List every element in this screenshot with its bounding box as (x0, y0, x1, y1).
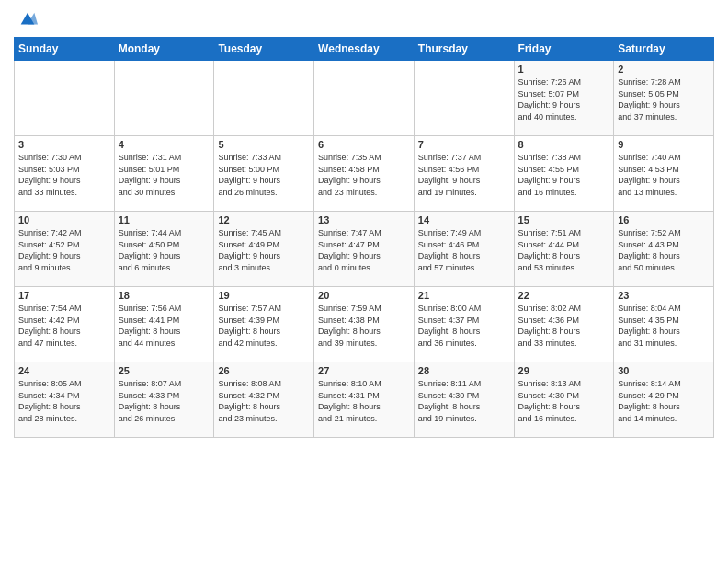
day-info: Sunrise: 7:44 AM Sunset: 4:50 PM Dayligh… (119, 227, 210, 273)
day-info: Sunrise: 8:02 AM Sunset: 4:36 PM Dayligh… (518, 303, 610, 349)
calendar-cell: 9Sunrise: 7:40 AM Sunset: 4:53 PM Daylig… (614, 136, 714, 212)
day-number: 12 (218, 214, 310, 225)
day-info: Sunrise: 7:59 AM Sunset: 4:38 PM Dayligh… (318, 303, 410, 349)
day-number: 14 (418, 214, 510, 225)
day-number: 28 (418, 365, 510, 376)
weekday-header: Tuesday (214, 38, 314, 61)
page: SundayMondayTuesdayWednesdayThursdayFrid… (0, 0, 728, 563)
day-info: Sunrise: 7:26 AM Sunset: 5:07 PM Dayligh… (518, 76, 610, 122)
day-number: 13 (318, 214, 410, 225)
calendar-cell: 24Sunrise: 8:05 AM Sunset: 4:34 PM Dayli… (15, 362, 115, 438)
calendar-body: 1Sunrise: 7:26 AM Sunset: 5:07 PM Daylig… (15, 61, 714, 438)
day-info: Sunrise: 7:54 AM Sunset: 4:42 PM Dayligh… (18, 303, 110, 349)
day-info: Sunrise: 7:45 AM Sunset: 4:49 PM Dayligh… (218, 227, 310, 273)
calendar-cell: 3Sunrise: 7:30 AM Sunset: 5:03 PM Daylig… (15, 136, 115, 212)
day-number: 29 (518, 365, 610, 376)
weekday-header: Friday (514, 38, 614, 61)
calendar-cell (15, 61, 115, 136)
weekday-header: Thursday (414, 38, 514, 61)
day-number: 27 (318, 365, 410, 376)
day-info: Sunrise: 7:52 AM Sunset: 4:43 PM Dayligh… (618, 227, 710, 273)
day-info: Sunrise: 7:30 AM Sunset: 5:03 PM Dayligh… (18, 152, 110, 198)
calendar-cell: 28Sunrise: 8:11 AM Sunset: 4:30 PM Dayli… (414, 362, 514, 438)
day-info: Sunrise: 7:37 AM Sunset: 4:56 PM Dayligh… (418, 152, 510, 198)
day-number: 7 (418, 139, 510, 150)
day-number: 15 (518, 214, 610, 225)
day-info: Sunrise: 7:56 AM Sunset: 4:41 PM Dayligh… (119, 303, 210, 349)
calendar-cell: 10Sunrise: 7:42 AM Sunset: 4:52 PM Dayli… (15, 212, 115, 287)
day-number: 20 (318, 290, 410, 301)
calendar-cell (214, 61, 314, 136)
day-info: Sunrise: 7:35 AM Sunset: 4:58 PM Dayligh… (318, 152, 410, 198)
day-number: 11 (119, 214, 210, 225)
calendar-week-row: 24Sunrise: 8:05 AM Sunset: 4:34 PM Dayli… (15, 362, 714, 438)
calendar-cell: 17Sunrise: 7:54 AM Sunset: 4:42 PM Dayli… (15, 287, 115, 362)
day-info: Sunrise: 7:28 AM Sunset: 5:05 PM Dayligh… (618, 76, 710, 122)
calendar-header: SundayMondayTuesdayWednesdayThursdayFrid… (15, 38, 714, 61)
day-number: 4 (119, 139, 210, 150)
calendar-cell: 19Sunrise: 7:57 AM Sunset: 4:39 PM Dayli… (214, 287, 314, 362)
day-number: 8 (518, 139, 610, 150)
weekday-header: Wednesday (314, 38, 415, 61)
weekday-row: SundayMondayTuesdayWednesdayThursdayFrid… (15, 38, 714, 61)
day-number: 10 (18, 214, 110, 225)
day-info: Sunrise: 8:11 AM Sunset: 4:30 PM Dayligh… (418, 378, 510, 424)
calendar-week-row: 10Sunrise: 7:42 AM Sunset: 4:52 PM Dayli… (15, 212, 714, 287)
day-info: Sunrise: 7:49 AM Sunset: 4:46 PM Dayligh… (418, 227, 510, 273)
calendar-cell: 26Sunrise: 8:08 AM Sunset: 4:32 PM Dayli… (214, 362, 314, 438)
day-number: 1 (518, 63, 610, 75)
calendar: SundayMondayTuesdayWednesdayThursdayFrid… (14, 37, 714, 438)
day-number: 26 (218, 365, 310, 376)
day-info: Sunrise: 7:33 AM Sunset: 5:00 PM Dayligh… (218, 152, 310, 198)
calendar-cell: 15Sunrise: 7:51 AM Sunset: 4:44 PM Dayli… (514, 212, 614, 287)
day-info: Sunrise: 8:05 AM Sunset: 4:34 PM Dayligh… (18, 378, 110, 424)
day-info: Sunrise: 7:31 AM Sunset: 5:01 PM Dayligh… (119, 152, 210, 198)
calendar-cell (114, 61, 214, 136)
day-number: 18 (119, 290, 210, 301)
logo (14, 9, 38, 29)
calendar-week-row: 17Sunrise: 7:54 AM Sunset: 4:42 PM Dayli… (15, 287, 714, 362)
calendar-cell: 11Sunrise: 7:44 AM Sunset: 4:50 PM Dayli… (114, 212, 214, 287)
calendar-cell: 25Sunrise: 8:07 AM Sunset: 4:33 PM Dayli… (114, 362, 214, 438)
calendar-cell: 21Sunrise: 8:00 AM Sunset: 4:37 PM Dayli… (414, 287, 514, 362)
calendar-cell (314, 61, 415, 136)
calendar-cell: 8Sunrise: 7:38 AM Sunset: 4:55 PM Daylig… (514, 136, 614, 212)
day-number: 21 (418, 290, 510, 301)
day-number: 3 (18, 139, 110, 150)
weekday-header: Saturday (614, 38, 714, 61)
calendar-cell: 7Sunrise: 7:37 AM Sunset: 4:56 PM Daylig… (414, 136, 514, 212)
day-number: 25 (119, 365, 210, 376)
day-info: Sunrise: 8:14 AM Sunset: 4:29 PM Dayligh… (618, 378, 710, 424)
day-info: Sunrise: 8:07 AM Sunset: 4:33 PM Dayligh… (119, 378, 210, 424)
calendar-cell: 14Sunrise: 7:49 AM Sunset: 4:46 PM Dayli… (414, 212, 514, 287)
calendar-cell: 6Sunrise: 7:35 AM Sunset: 4:58 PM Daylig… (314, 136, 415, 212)
calendar-cell (414, 61, 514, 136)
calendar-cell: 27Sunrise: 8:10 AM Sunset: 4:31 PM Dayli… (314, 362, 415, 438)
weekday-header: Sunday (15, 38, 115, 61)
calendar-cell: 18Sunrise: 7:56 AM Sunset: 4:41 PM Dayli… (114, 287, 214, 362)
calendar-cell: 5Sunrise: 7:33 AM Sunset: 5:00 PM Daylig… (214, 136, 314, 212)
calendar-cell: 2Sunrise: 7:28 AM Sunset: 5:05 PM Daylig… (614, 61, 714, 136)
calendar-cell: 23Sunrise: 8:04 AM Sunset: 4:35 PM Dayli… (614, 287, 714, 362)
header (14, 9, 714, 29)
calendar-week-row: 1Sunrise: 7:26 AM Sunset: 5:07 PM Daylig… (15, 61, 714, 136)
day-info: Sunrise: 7:42 AM Sunset: 4:52 PM Dayligh… (18, 227, 110, 273)
calendar-cell: 30Sunrise: 8:14 AM Sunset: 4:29 PM Dayli… (614, 362, 714, 438)
day-number: 5 (218, 139, 310, 150)
day-number: 6 (318, 139, 410, 150)
day-info: Sunrise: 7:57 AM Sunset: 4:39 PM Dayligh… (218, 303, 310, 349)
day-info: Sunrise: 8:13 AM Sunset: 4:30 PM Dayligh… (518, 378, 610, 424)
day-info: Sunrise: 7:40 AM Sunset: 4:53 PM Dayligh… (618, 152, 710, 198)
calendar-cell: 13Sunrise: 7:47 AM Sunset: 4:47 PM Dayli… (314, 212, 415, 287)
day-info: Sunrise: 8:00 AM Sunset: 4:37 PM Dayligh… (418, 303, 510, 349)
day-number: 2 (618, 63, 710, 75)
day-info: Sunrise: 8:08 AM Sunset: 4:32 PM Dayligh… (218, 378, 310, 424)
day-number: 23 (618, 290, 710, 301)
calendar-week-row: 3Sunrise: 7:30 AM Sunset: 5:03 PM Daylig… (15, 136, 714, 212)
calendar-cell: 1Sunrise: 7:26 AM Sunset: 5:07 PM Daylig… (514, 61, 614, 136)
weekday-header: Monday (114, 38, 214, 61)
day-number: 19 (218, 290, 310, 301)
day-number: 9 (618, 139, 710, 150)
calendar-cell: 29Sunrise: 8:13 AM Sunset: 4:30 PM Dayli… (514, 362, 614, 438)
calendar-cell: 16Sunrise: 7:52 AM Sunset: 4:43 PM Dayli… (614, 212, 714, 287)
